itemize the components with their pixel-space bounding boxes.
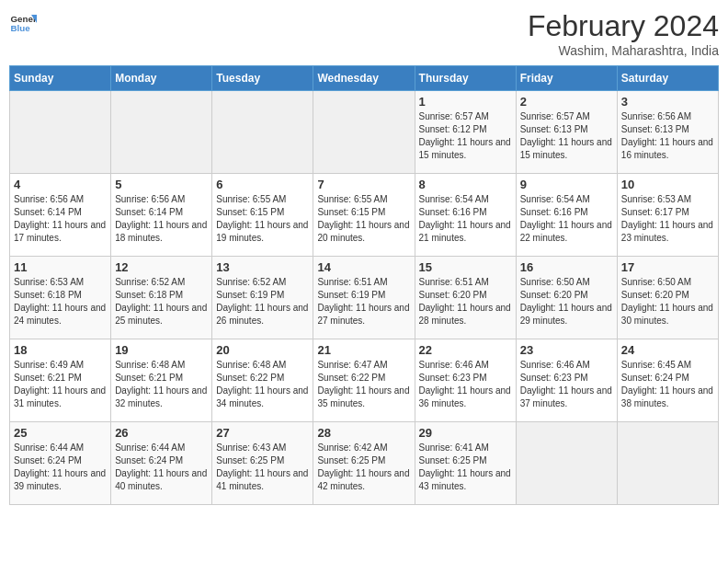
day-info: Sunrise: 6:55 AMSunset: 6:15 PMDaylight:… — [317, 193, 410, 245]
day-number: 17 — [621, 260, 714, 274]
calendar-cell: 2Sunrise: 6:57 AMSunset: 6:13 PMDaylight… — [516, 91, 617, 174]
day-number: 6 — [216, 178, 309, 191]
day-info: Sunrise: 6:57 AMSunset: 6:13 PMDaylight:… — [520, 110, 613, 162]
day-info: Sunrise: 6:44 AMSunset: 6:24 PMDaylight:… — [115, 442, 208, 493]
day-number: 29 — [419, 426, 512, 440]
calendar-cell: 4Sunrise: 6:56 AMSunset: 6:14 PMDaylight… — [10, 174, 111, 257]
day-number: 13 — [216, 260, 309, 274]
week-row-1: 1Sunrise: 6:57 AMSunset: 6:12 PMDaylight… — [10, 91, 719, 174]
calendar-title: February 2024 — [528, 9, 719, 43]
day-info: Sunrise: 6:51 AMSunset: 6:19 PMDaylight:… — [317, 276, 410, 327]
header: General Blue February 2024 Washim, Mahar… — [9, 9, 719, 58]
week-row-3: 11Sunrise: 6:53 AMSunset: 6:18 PMDayligh… — [10, 257, 719, 339]
calendar-cell: 22Sunrise: 6:46 AMSunset: 6:23 PMDayligh… — [415, 339, 516, 422]
calendar-cell: 23Sunrise: 6:46 AMSunset: 6:23 PMDayligh… — [516, 339, 617, 422]
day-info: Sunrise: 6:52 AMSunset: 6:19 PMDaylight:… — [216, 276, 309, 327]
calendar-cell — [10, 91, 111, 174]
calendar-cell: 7Sunrise: 6:55 AMSunset: 6:15 PMDaylight… — [313, 174, 415, 257]
day-number: 20 — [216, 343, 309, 357]
calendar-cell: 13Sunrise: 6:52 AMSunset: 6:19 PMDayligh… — [212, 257, 313, 339]
calendar-subtitle: Washim, Maharashtra, India — [528, 43, 719, 58]
calendar-cell: 25Sunrise: 6:44 AMSunset: 6:24 PMDayligh… — [10, 422, 111, 505]
logo: General Blue — [9, 9, 37, 37]
header-wednesday: Wednesday — [313, 66, 415, 91]
calendar-cell: 16Sunrise: 6:50 AMSunset: 6:20 PMDayligh… — [516, 257, 617, 339]
days-header-row: Sunday Monday Tuesday Wednesday Thursday… — [10, 66, 719, 91]
day-number: 28 — [317, 426, 410, 440]
day-info: Sunrise: 6:56 AMSunset: 6:13 PMDaylight:… — [621, 110, 714, 162]
day-info: Sunrise: 6:46 AMSunset: 6:23 PMDaylight:… — [520, 359, 613, 410]
svg-text:Blue: Blue — [11, 23, 31, 33]
day-number: 9 — [520, 178, 613, 191]
header-thursday: Thursday — [415, 66, 516, 91]
day-number: 14 — [317, 260, 410, 274]
day-number: 12 — [115, 260, 208, 274]
week-row-5: 25Sunrise: 6:44 AMSunset: 6:24 PMDayligh… — [10, 422, 719, 505]
day-number: 21 — [317, 343, 410, 357]
day-info: Sunrise: 6:55 AMSunset: 6:15 PMDaylight:… — [216, 193, 309, 245]
calendar-cell: 28Sunrise: 6:42 AMSunset: 6:25 PMDayligh… — [313, 422, 415, 505]
calendar-cell: 26Sunrise: 6:44 AMSunset: 6:24 PMDayligh… — [111, 422, 212, 505]
calendar-cell: 6Sunrise: 6:55 AMSunset: 6:15 PMDaylight… — [212, 174, 313, 257]
day-number: 10 — [621, 178, 714, 191]
page-container: General Blue February 2024 Washim, Mahar… — [9, 9, 719, 505]
day-number: 5 — [115, 178, 208, 191]
day-number: 26 — [115, 426, 208, 440]
day-number: 7 — [317, 178, 410, 191]
day-number: 25 — [14, 426, 107, 440]
day-number: 22 — [419, 343, 512, 357]
calendar-cell: 20Sunrise: 6:48 AMSunset: 6:22 PMDayligh… — [212, 339, 313, 422]
day-info: Sunrise: 6:52 AMSunset: 6:18 PMDaylight:… — [115, 276, 208, 327]
day-info: Sunrise: 6:57 AMSunset: 6:12 PMDaylight:… — [419, 110, 512, 162]
day-info: Sunrise: 6:46 AMSunset: 6:23 PMDaylight:… — [419, 359, 512, 410]
day-info: Sunrise: 6:44 AMSunset: 6:24 PMDaylight:… — [14, 442, 107, 493]
day-info: Sunrise: 6:56 AMSunset: 6:14 PMDaylight:… — [14, 193, 107, 245]
day-number: 19 — [115, 343, 208, 357]
day-number: 27 — [216, 426, 309, 440]
calendar-cell: 9Sunrise: 6:54 AMSunset: 6:16 PMDaylight… — [516, 174, 617, 257]
calendar-cell: 17Sunrise: 6:50 AMSunset: 6:20 PMDayligh… — [617, 257, 718, 339]
calendar-cell: 3Sunrise: 6:56 AMSunset: 6:13 PMDaylight… — [617, 91, 718, 174]
calendar-cell: 10Sunrise: 6:53 AMSunset: 6:17 PMDayligh… — [617, 174, 718, 257]
week-row-2: 4Sunrise: 6:56 AMSunset: 6:14 PMDaylight… — [10, 174, 719, 257]
day-info: Sunrise: 6:50 AMSunset: 6:20 PMDaylight:… — [621, 276, 714, 327]
day-info: Sunrise: 6:53 AMSunset: 6:17 PMDaylight:… — [621, 193, 714, 245]
header-monday: Monday — [111, 66, 212, 91]
day-info: Sunrise: 6:48 AMSunset: 6:22 PMDaylight:… — [216, 359, 309, 410]
day-info: Sunrise: 6:41 AMSunset: 6:25 PMDaylight:… — [419, 442, 512, 493]
day-info: Sunrise: 6:45 AMSunset: 6:24 PMDaylight:… — [621, 359, 714, 410]
calendar-cell: 24Sunrise: 6:45 AMSunset: 6:24 PMDayligh… — [617, 339, 718, 422]
day-info: Sunrise: 6:50 AMSunset: 6:20 PMDaylight:… — [520, 276, 613, 327]
day-info: Sunrise: 6:53 AMSunset: 6:18 PMDaylight:… — [14, 276, 107, 327]
day-info: Sunrise: 6:56 AMSunset: 6:14 PMDaylight:… — [115, 193, 208, 245]
day-number: 8 — [419, 178, 512, 191]
calendar-cell: 21Sunrise: 6:47 AMSunset: 6:22 PMDayligh… — [313, 339, 415, 422]
day-info: Sunrise: 6:48 AMSunset: 6:21 PMDaylight:… — [115, 359, 208, 410]
calendar-cell: 19Sunrise: 6:48 AMSunset: 6:21 PMDayligh… — [111, 339, 212, 422]
logo-icon: General Blue — [9, 9, 37, 37]
day-info: Sunrise: 6:54 AMSunset: 6:16 PMDaylight:… — [419, 193, 512, 245]
day-number: 18 — [14, 343, 107, 357]
day-number: 11 — [14, 260, 107, 274]
day-number: 24 — [621, 343, 714, 357]
calendar-cell: 29Sunrise: 6:41 AMSunset: 6:25 PMDayligh… — [415, 422, 516, 505]
calendar-cell: 11Sunrise: 6:53 AMSunset: 6:18 PMDayligh… — [10, 257, 111, 339]
header-tuesday: Tuesday — [212, 66, 313, 91]
calendar-body: 1Sunrise: 6:57 AMSunset: 6:12 PMDaylight… — [10, 91, 719, 505]
calendar-cell — [313, 91, 415, 174]
calendar-cell: 14Sunrise: 6:51 AMSunset: 6:19 PMDayligh… — [313, 257, 415, 339]
day-info: Sunrise: 6:51 AMSunset: 6:20 PMDaylight:… — [419, 276, 512, 327]
day-number: 16 — [520, 260, 613, 274]
title-area: February 2024 Washim, Maharashtra, India — [528, 9, 719, 58]
day-info: Sunrise: 6:49 AMSunset: 6:21 PMDaylight:… — [14, 359, 107, 410]
calendar-cell — [111, 91, 212, 174]
header-saturday: Saturday — [617, 66, 718, 91]
day-number: 23 — [520, 343, 613, 357]
day-number: 4 — [14, 178, 107, 191]
day-info: Sunrise: 6:42 AMSunset: 6:25 PMDaylight:… — [317, 442, 410, 493]
day-info: Sunrise: 6:47 AMSunset: 6:22 PMDaylight:… — [317, 359, 410, 410]
header-sunday: Sunday — [10, 66, 111, 91]
calendar-cell: 27Sunrise: 6:43 AMSunset: 6:25 PMDayligh… — [212, 422, 313, 505]
calendar-cell: 1Sunrise: 6:57 AMSunset: 6:12 PMDaylight… — [415, 91, 516, 174]
day-number: 1 — [419, 95, 512, 109]
